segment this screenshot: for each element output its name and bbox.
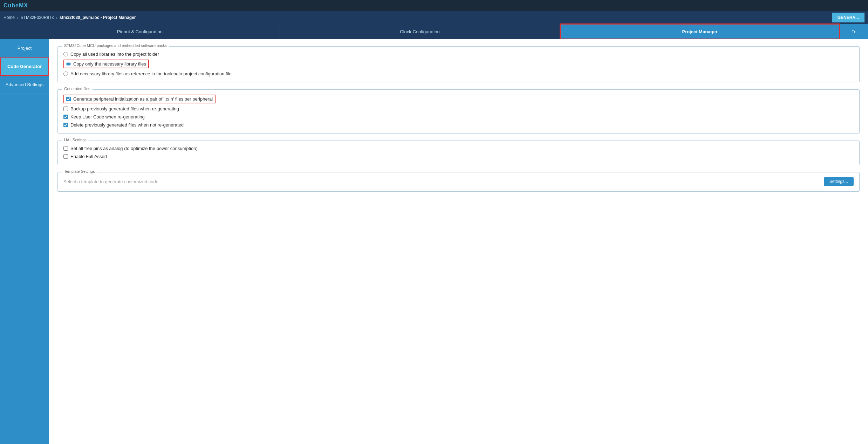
generated-files-legend: Generated files bbox=[62, 87, 93, 91]
option-keep-user-code: Keep User Code when re-generating bbox=[63, 114, 854, 119]
label-generate-peripheral: Generate peripheral initialization as a … bbox=[73, 96, 213, 102]
content-area: STM32Cube MCU packages and embedded soft… bbox=[49, 39, 868, 444]
option-copy-necessary: Copy only the necessary library files bbox=[63, 60, 854, 68]
checkbox-full-assert[interactable] bbox=[63, 154, 68, 159]
radio-copy-all[interactable] bbox=[63, 52, 68, 56]
breadcrumb-project[interactable]: stm32f030_pwm.ioc - Project Manager bbox=[60, 15, 136, 20]
label-backup-files: Backup previously generated files when r… bbox=[70, 106, 179, 111]
template-row: Select a template to generate customized… bbox=[63, 177, 854, 186]
top-bar: CubeMX bbox=[0, 0, 868, 11]
radio-copy-necessary[interactable] bbox=[66, 62, 71, 66]
checkbox-delete-files[interactable] bbox=[63, 123, 68, 127]
generate-button[interactable]: GENERA... bbox=[832, 13, 864, 22]
breadcrumb-bar: Home › STM32F030R8Tx › stm32f030_pwm.ioc… bbox=[0, 11, 868, 24]
option-generate-peripheral: Generate peripheral initialization as a … bbox=[63, 95, 854, 103]
sidebar-item-code-generator[interactable]: Code Generator bbox=[0, 57, 49, 76]
label-copy-all: Copy all used libraries into the project… bbox=[70, 52, 159, 57]
label-copy-necessary: Copy only the necessary library files bbox=[73, 61, 146, 67]
settings-button[interactable]: Settings... bbox=[824, 177, 854, 186]
outlined-checkbox-peripheral: Generate peripheral initialization as a … bbox=[63, 95, 216, 103]
tab-bar: Pinout & Configuration Clock Configurati… bbox=[0, 24, 868, 39]
option-free-pins: Set all free pins as analog (to optimize… bbox=[63, 146, 854, 151]
hal-settings-section: HAL Settings Set all free pins as analog… bbox=[57, 141, 860, 165]
checkbox-backup-files[interactable] bbox=[63, 107, 68, 111]
option-copy-all: Copy all used libraries into the project… bbox=[63, 52, 854, 57]
breadcrumb-sep-1: › bbox=[17, 15, 19, 20]
checkbox-keep-user-code[interactable] bbox=[63, 115, 68, 119]
label-full-assert: Enable Full Assert bbox=[70, 154, 107, 159]
radio-add-reference[interactable] bbox=[63, 71, 68, 76]
breadcrumb-mcu[interactable]: STM32F030R8Tx bbox=[21, 15, 54, 20]
option-full-assert: Enable Full Assert bbox=[63, 154, 854, 159]
generated-files-section: Generated files Generate peripheral init… bbox=[57, 89, 860, 134]
main-layout: Project Code Generator Advanced Settings… bbox=[0, 39, 868, 444]
checkbox-free-pins[interactable] bbox=[63, 146, 68, 151]
label-add-reference: Add necessary library files as reference… bbox=[70, 71, 232, 76]
template-settings-legend: Template Settings bbox=[62, 169, 97, 173]
template-settings-section: Template Settings Select a template to g… bbox=[57, 172, 860, 192]
label-delete-files: Delete previously generated files when n… bbox=[70, 122, 184, 128]
hal-settings-legend: HAL Settings bbox=[62, 138, 89, 142]
option-add-reference: Add necessary library files as reference… bbox=[63, 71, 854, 76]
breadcrumb-home[interactable]: Home bbox=[4, 15, 15, 20]
option-delete-files: Delete previously generated files when n… bbox=[63, 122, 854, 128]
sidebar-item-project[interactable]: Project bbox=[0, 39, 49, 57]
tab-project-manager[interactable]: Project Manager bbox=[560, 24, 840, 39]
outlined-radio-copy-necessary: Copy only the necessary library files bbox=[63, 60, 149, 68]
tab-pinout[interactable]: Pinout & Configuration bbox=[0, 24, 280, 39]
option-backup-files: Backup previously generated files when r… bbox=[63, 106, 854, 111]
tab-clock[interactable]: Clock Configuration bbox=[280, 24, 560, 39]
sidebar: Project Code Generator Advanced Settings bbox=[0, 39, 49, 444]
stm32-section-legend: STM32Cube MCU packages and embedded soft… bbox=[62, 43, 169, 48]
label-free-pins: Set all free pins as analog (to optimize… bbox=[70, 146, 198, 151]
tab-to[interactable]: To bbox=[840, 24, 868, 39]
logo: CubeMX bbox=[4, 2, 28, 9]
sidebar-item-advanced-settings[interactable]: Advanced Settings bbox=[0, 76, 49, 94]
template-placeholder-text: Select a template to generate customized… bbox=[63, 179, 158, 184]
label-keep-user-code: Keep User Code when re-generating bbox=[70, 114, 145, 119]
stm32-section: STM32Cube MCU packages and embedded soft… bbox=[57, 46, 860, 82]
breadcrumb-sep-2: › bbox=[56, 15, 57, 20]
checkbox-generate-peripheral[interactable] bbox=[66, 97, 71, 101]
